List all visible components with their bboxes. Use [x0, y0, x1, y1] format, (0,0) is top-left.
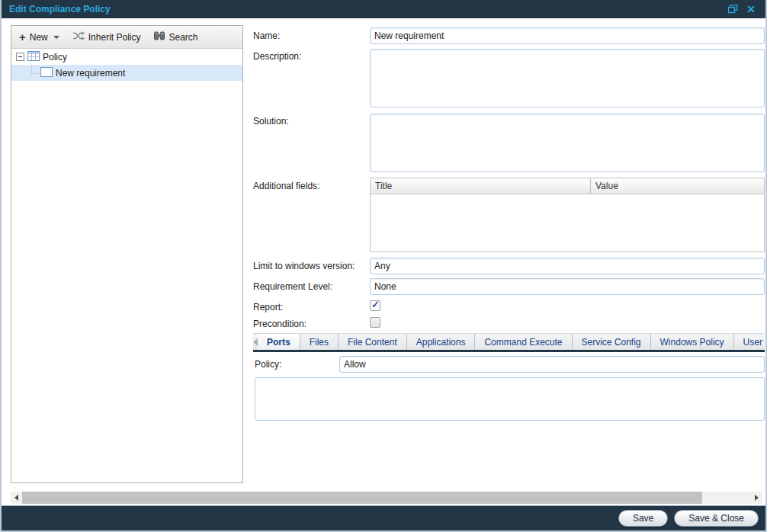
scrollbar-thumb[interactable] — [22, 492, 702, 504]
tree-connector — [31, 66, 39, 74]
additional-fields-header: Title Value — [371, 178, 764, 194]
policy-combobox[interactable] — [339, 356, 765, 373]
plus-icon: + — [19, 33, 26, 42]
tree-root-label: Policy — [43, 52, 67, 62]
tree-toolbar: + New Inherit Policy — [11, 26, 242, 49]
solution-textarea[interactable] — [370, 114, 765, 172]
search-label: Search — [168, 32, 197, 43]
save-and-close-button[interactable]: Save & Close — [674, 510, 759, 527]
inherit-policy-button[interactable]: Inherit Policy — [72, 29, 143, 45]
tab-item[interactable]: Windows Policy — [651, 334, 734, 350]
precondition-label: Precondition: — [253, 319, 306, 329]
policy-label: Policy: — [255, 359, 281, 370]
column-header-value[interactable]: Value — [591, 178, 764, 194]
binoculars-icon — [154, 31, 165, 43]
limit-windows-label: Limit to windows version: — [253, 261, 355, 271]
tab-list: PortsFilesFile ContentApplicationsComman… — [258, 334, 765, 350]
requirement-level-label: Requirement Level: — [253, 281, 332, 292]
description-label: Description: — [253, 51, 301, 62]
report-checkbox[interactable] — [370, 300, 380, 311]
close-icon[interactable]: ✕ — [744, 3, 758, 15]
titlebar: Edit Compliance Policy ✕ — [2, 0, 765, 18]
column-header-title[interactable]: Title — [371, 178, 591, 194]
save-button[interactable]: Save — [618, 510, 668, 527]
precondition-checkbox[interactable] — [370, 317, 380, 328]
dialog-footer: Save Save & Close — [2, 505, 765, 530]
tab-item[interactable]: Command Execute — [475, 334, 572, 350]
report-label: Report: — [253, 302, 283, 312]
new-button[interactable]: + New — [18, 30, 61, 45]
tab-item[interactable]: File Content — [339, 334, 407, 350]
name-input[interactable] — [370, 27, 765, 44]
requirement-icon — [40, 67, 53, 79]
policy-table-icon — [27, 51, 40, 63]
horizontal-scrollbar[interactable] — [11, 492, 762, 504]
tab-item[interactable]: Applications — [407, 334, 476, 350]
edit-compliance-policy-dialog: Edit Compliance Policy ✕ + New — [0, 0, 767, 532]
tree-root-row[interactable]: Policy — [11, 49, 242, 65]
limit-windows-combobox[interactable] — [370, 258, 765, 274]
dialog-body: + New Inherit Policy — [2, 18, 765, 505]
inherit-policy-label: Inherit Policy — [88, 32, 141, 43]
rule-type-tabstrip: PortsFilesFile ContentApplicationsComman… — [253, 333, 765, 352]
search-button[interactable]: Search — [152, 29, 199, 45]
ports-list-box[interactable] — [255, 377, 765, 421]
shuffle-icon — [73, 31, 85, 43]
additional-fields-table[interactable]: Title Value — [370, 178, 765, 252]
tab-item[interactable]: User Right Constraint — [734, 334, 765, 350]
tab-item[interactable]: Service Config — [573, 334, 651, 350]
tabstrip-underline — [253, 350, 765, 352]
window-title: Edit Compliance Policy — [9, 4, 721, 14]
requirement-level-combobox[interactable] — [370, 278, 765, 295]
name-label: Name: — [253, 30, 280, 41]
tab-item[interactable]: Ports — [258, 334, 300, 350]
tree-item-new-requirement[interactable]: New requirement — [11, 65, 242, 81]
scroll-right-icon[interactable] — [751, 492, 762, 504]
tree-item-label: New requirement — [56, 68, 125, 79]
additional-fields-label: Additional fields: — [253, 181, 319, 191]
scroll-left-icon[interactable] — [11, 492, 22, 504]
new-button-label: New — [30, 32, 48, 43]
solution-label: Solution: — [253, 116, 289, 127]
restore-icon[interactable] — [726, 3, 740, 15]
collapse-toggle-icon[interactable] — [16, 53, 24, 61]
tab-item[interactable]: Files — [300, 334, 339, 350]
description-textarea[interactable] — [370, 49, 765, 107]
policy-tree-panel: + New Inherit Policy — [11, 25, 243, 483]
chevron-down-icon — [53, 36, 59, 39]
